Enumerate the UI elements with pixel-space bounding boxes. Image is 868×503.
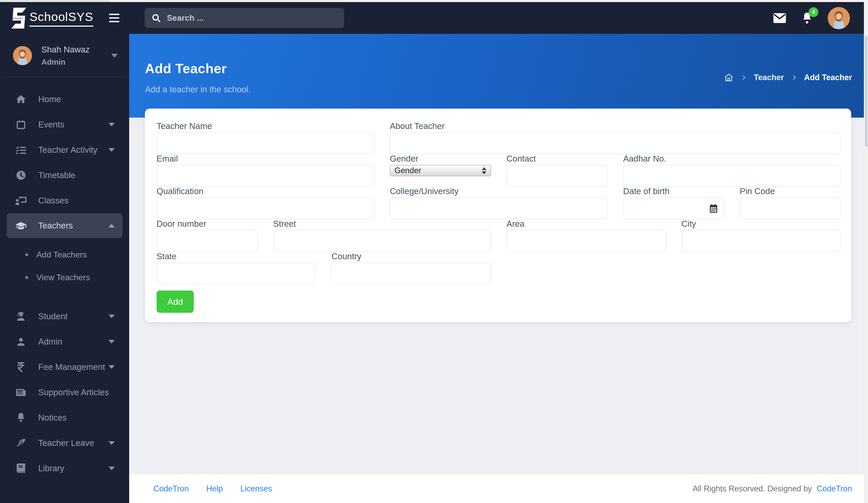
sidebar-item-teachers[interactable]: Teachers xyxy=(7,213,123,238)
svg-text:SchoolSys: SchoolSys xyxy=(12,17,23,19)
chevron-down-icon[interactable] xyxy=(111,54,118,58)
scrollbar[interactable] xyxy=(864,2,868,503)
pin-code-label: Pin Code xyxy=(740,187,841,196)
teacher-name-label: Teacher Name xyxy=(156,122,374,131)
footer-links: CodeTron Help Licenses xyxy=(154,484,272,493)
college-input[interactable] xyxy=(390,197,608,219)
country-label: Country xyxy=(331,252,491,261)
breadcrumb: Teacher Add Teacher xyxy=(724,73,852,82)
qualification-label: Qualification xyxy=(156,187,374,196)
select-spinner-icon xyxy=(482,167,486,174)
sidebar-item-fee-management[interactable]: Fee Management xyxy=(0,355,129,380)
sidebar-item-home[interactable]: Home xyxy=(0,86,129,112)
sidebar-item-library[interactable]: Library xyxy=(0,456,129,481)
footer-designer-link[interactable]: CodeTron xyxy=(817,484,852,493)
teacher-name-input[interactable] xyxy=(156,132,374,154)
sidebar-item-classes[interactable]: Classes xyxy=(0,188,129,213)
page-subtitle: Add a teacher in the school. xyxy=(145,84,864,94)
college-label: College/University xyxy=(390,187,608,196)
sidebar-nav: Home Events Teacher Activity Timetable xyxy=(0,77,129,481)
user-avatar xyxy=(13,46,32,65)
city-input[interactable] xyxy=(681,230,841,252)
rupee-icon xyxy=(15,361,27,373)
footer-link-help[interactable]: Help xyxy=(206,484,223,493)
aadhar-input[interactable] xyxy=(623,165,841,187)
sidebar-item-label: Events xyxy=(38,120,64,130)
email-input[interactable] xyxy=(156,165,374,187)
form-row-2: Email Gender Gender Contact Aadhar No. xyxy=(156,154,841,187)
street-input[interactable] xyxy=(273,230,491,252)
country-input[interactable] xyxy=(331,263,491,284)
sidebar-item-admin[interactable]: Admin xyxy=(0,329,129,355)
bullet-icon xyxy=(25,253,28,256)
sidebar-item-teacher-leave[interactable]: Teacher Leave xyxy=(0,430,129,456)
pin-code-input[interactable] xyxy=(740,197,841,219)
gender-select-value: Gender xyxy=(394,166,421,175)
sidebar-item-label: Home xyxy=(38,94,61,104)
sidebar-item-label: Fee Management xyxy=(38,362,105,372)
gender-select[interactable]: Gender xyxy=(390,165,491,176)
contact-input[interactable] xyxy=(507,165,608,187)
bell-icon[interactable]: 4 xyxy=(801,12,813,24)
submenu-item-label: View Teachers xyxy=(37,273,90,282)
sidebar-item-supportive-articles[interactable]: Supportive Articles xyxy=(0,380,129,405)
form-row-5: State Country xyxy=(156,252,841,284)
breadcrumb-home-icon[interactable] xyxy=(724,73,734,82)
search-bar[interactable] xyxy=(145,8,344,28)
sidebar-item-label: Library xyxy=(38,463,64,473)
calendar-date-icon[interactable] xyxy=(708,203,719,214)
sidebar-item-notices[interactable]: Notices xyxy=(0,405,129,430)
sidebar-item-teacher-activity[interactable]: Teacher Activity xyxy=(0,137,129,163)
dob-label: Date of birth xyxy=(623,187,724,196)
tasks-icon xyxy=(15,144,27,155)
user-icon xyxy=(15,336,27,347)
scrollbar-thumb[interactable] xyxy=(865,36,867,147)
chevron-down-icon xyxy=(108,441,115,445)
city-label: City xyxy=(681,219,841,228)
newspaper-icon xyxy=(15,387,27,398)
logo-block: SchoolSys SchoolSYS xyxy=(0,2,129,34)
feather-icon xyxy=(15,438,27,449)
breadcrumb-current: Add Teacher xyxy=(804,73,852,82)
sidebar-item-label: Supportive Articles xyxy=(38,388,109,397)
submenu-item-view-teachers[interactable]: View Teachers xyxy=(0,266,129,289)
submenu-item-label: Add Teachers xyxy=(37,250,87,259)
sidebar-item-events[interactable]: Events xyxy=(0,112,129,137)
sidebar-item-label: Student xyxy=(38,311,68,321)
street-label: Street xyxy=(273,219,491,228)
chevron-down-icon xyxy=(108,365,115,369)
add-button[interactable]: Add xyxy=(156,290,194,313)
area-input[interactable] xyxy=(507,230,666,252)
user-name: Shah Nawaz xyxy=(41,45,90,54)
user-profile[interactable]: Shah Nawaz Admin xyxy=(0,34,129,66)
sidebar-item-label: Admin xyxy=(38,337,63,347)
footer: CodeTron Help Licenses All Rights Resorv… xyxy=(129,474,864,503)
schoolsys-logo-icon[interactable]: SchoolSys xyxy=(8,7,28,29)
state-input[interactable] xyxy=(156,263,316,284)
footer-link-codetron[interactable]: CodeTron xyxy=(154,484,189,493)
sidebar-item-label: Teacher Activity xyxy=(38,145,97,155)
logo-text[interactable]: SchoolSYS xyxy=(30,10,93,27)
teachers-submenu: Add Teachers View Teachers xyxy=(0,238,129,289)
hamburger-icon[interactable] xyxy=(109,14,119,22)
main-content: Add Teacher Add a teacher in the school.… xyxy=(129,34,864,503)
chevron-down-icon xyxy=(108,340,115,343)
footer-link-licenses[interactable]: Licenses xyxy=(240,484,272,493)
user-meta: Shah Nawaz Admin xyxy=(41,45,90,66)
topbar-actions: 4 xyxy=(773,7,864,29)
sidebar-item-student[interactable]: Student xyxy=(0,304,129,329)
search-icon xyxy=(152,13,161,23)
submenu-item-add-teachers[interactable]: Add Teachers xyxy=(0,243,129,266)
area-label: Area xyxy=(507,219,666,228)
qualification-input[interactable] xyxy=(156,197,374,219)
about-teacher-input[interactable] xyxy=(390,132,841,154)
envelope-icon[interactable] xyxy=(773,13,786,23)
sidebar-item-timetable[interactable]: Timetable xyxy=(0,163,129,188)
gender-label: Gender xyxy=(390,154,491,163)
avatar[interactable] xyxy=(828,7,850,29)
chevron-up-icon xyxy=(108,224,115,227)
door-number-input[interactable] xyxy=(156,230,258,252)
breadcrumb-teacher[interactable]: Teacher xyxy=(754,73,784,82)
form-row-1: Teacher Name About Teacher xyxy=(156,122,841,154)
search-input[interactable] xyxy=(167,13,338,23)
